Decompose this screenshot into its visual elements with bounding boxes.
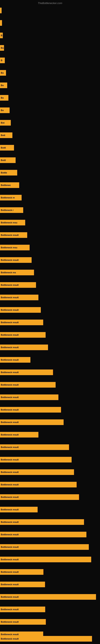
bar-item-10: Bot [0,120,11,126]
bar-label-22: Bottleneck res [1,271,16,274]
bar-label-16: Bottleneck re [1,196,15,199]
bar-label-37: Bottleneck result [1,458,19,461]
bar-item-43: Bottleneck result [0,532,86,537]
bar-label-18: Bottleneck resu [1,222,17,224]
bar-item-25: Bottleneck result [0,307,41,313]
bar-item-34: Bottleneck result [0,420,64,425]
bar-label-50: Bottleneck result [1,621,19,623]
bar-item-41: Bottleneck result [0,507,38,512]
bar-item-37: Bottleneck result [0,457,72,462]
bar-label-41: Bottleneck result [1,508,19,511]
bar-label-34: Bottleneck result [1,421,19,424]
bar-item-23: Bottleneck result [0,282,36,288]
bar-item-16: Bottleneck re [0,195,22,200]
bar-item-45: Bottleneck result [0,557,91,562]
bar-item-46: Bottleneck result [0,569,43,575]
bar-label-6: Bo [1,72,4,74]
bar-label-8: Bo [1,96,4,99]
bar-item-3: B [0,32,3,38]
bar-item-47: Bottleneck result [0,582,45,587]
bar-item-11: Bott [0,132,12,138]
bar-label-11: Bott [1,134,5,136]
bar-label-28: Bottleneck result [1,346,19,348]
bar-label-42: Bottleneck result [1,521,19,523]
bar-label-48: Bottleneck result [1,596,19,598]
bar-item-14: Bottle [0,170,17,176]
bar-label-36: Bottleneck result [1,446,19,448]
bar-label-17: Bottleneck r [1,209,14,211]
bar-label-44: Bottleneck result [1,546,19,548]
bar-item-35: Bottleneck result [0,432,38,438]
bar-item-29: Bottleneck result [0,357,30,363]
bar-label-15: Bottlenec [1,184,11,186]
bar-label-5: B [1,59,2,62]
bar-item-32: Bottleneck result [0,394,58,400]
bar-item-28: Bottleneck result [0,344,48,350]
bar-item-18: Bottleneck resu [0,220,25,226]
bar-item-7: Bo [0,82,7,88]
bar-item-33: Bottleneck result [0,407,61,412]
bar-item-30: Bottleneck result [0,370,53,375]
bar-item-27: Bottleneck result [0,332,46,338]
bar-label-33: Bottleneck result [1,408,19,411]
site-title: TheBottlenecker.com [0,2,100,5]
bar-item-9: Bo [0,108,10,113]
bar-label-4: Bo [1,47,4,49]
bar-item-42: Bottleneck result [0,519,84,525]
bar-label-30: Bottleneck result [1,371,19,374]
bar-item-12: Bottl [0,145,14,150]
bar-item-36: Bottleneck result [0,444,69,450]
bar-item-49: Bottleneck result [0,606,45,612]
bar-label-12: Bottl [1,146,6,149]
bar-item-5: B [0,58,5,63]
bar-item-24: Bottleneck result [0,295,38,300]
bar-label-46: Bottleneck result [1,571,19,573]
bar-item-40: Bottleneck result [0,494,79,500]
bar-label-27: Bottleneck result [1,334,19,336]
bar-label-52: Bottleneck result [1,638,19,640]
bar-label-47: Bottleneck result [1,583,19,586]
bar-label-25: Bottleneck result [1,309,19,311]
bar-item-13: Bottl [0,158,16,163]
bar-label-10: Bot [1,122,4,124]
bar-label-49: Bottleneck result [1,608,19,610]
bar-label-32: Bottleneck result [1,396,19,398]
bar-label-31: Bottleneck result [1,384,19,386]
bar-item-6: Bo [0,70,6,76]
bar-label-40: Bottleneck result [1,496,19,498]
bar-item-52: Bottleneck result [0,636,92,642]
bar-label-26: Bottleneck result [1,321,19,324]
bar-label-9: Bo [1,109,4,112]
bar-item-39: Bottleneck result [0,482,77,488]
bar-item-22: Bottleneck res [0,270,34,275]
bar-item-1 [0,8,1,13]
bar-item-15: Bottlenec [0,182,19,188]
bar-item-8: Bo [0,95,8,100]
bar-label-20: Bottleneck resu [1,246,17,249]
bar-label-39: Bottleneck result [1,484,19,486]
bar-item-48: Bottleneck result [0,594,96,600]
bar-label-21: Bottleneck result [1,259,19,261]
bar-item-4: Bo [0,45,4,51]
bar-item-26: Bottleneck result [0,320,43,325]
bar-label-29: Bottleneck result [1,359,19,361]
bar-item-17: Bottleneck r [0,207,23,213]
bar-label-13: Bottl [1,159,6,162]
bar-item-2 [0,20,2,26]
bar-label-24: Bottleneck result [1,296,19,299]
bar-item-31: Bottleneck result [0,382,56,388]
bar-label-3: B [1,34,2,37]
bar-item-44: Bottleneck result [0,544,89,550]
bar-label-19: Bottleneck result [1,234,19,236]
bar-label-45: Bottleneck result [1,558,19,561]
bar-label-35: Bottleneck result [1,434,19,436]
bar-label-14: Bottle [1,172,7,174]
bar-label-23: Bottleneck result [1,284,19,286]
bar-item-21: Bottleneck result [0,257,32,263]
bar-item-38: Bottleneck result [0,469,74,475]
bar-item-50: Bottleneck result [0,619,46,625]
bar-label-43: Bottleneck result [1,533,19,536]
bar-label-51: Bottleneck result [1,633,19,636]
bar-item-20: Bottleneck resu [0,245,30,250]
bar-label-7: Bo [1,84,4,86]
